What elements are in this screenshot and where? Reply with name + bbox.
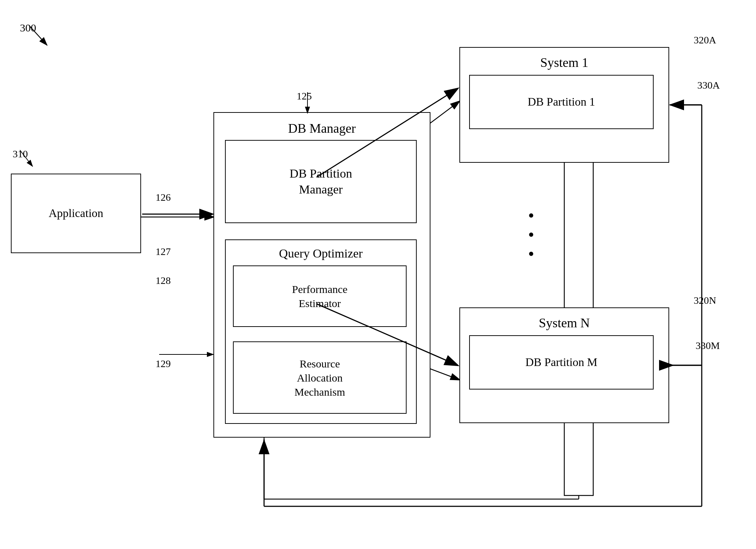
label-330M: 330M: [696, 340, 720, 352]
db-partitionM-box: DB Partition M: [469, 335, 654, 390]
application-label: Application: [48, 206, 103, 221]
label-127: 127: [156, 246, 171, 258]
label-330A: 330A: [697, 80, 720, 91]
resource-allocation-box: ResourceAllocationMechanism: [233, 341, 407, 414]
ellipsis-dots: •••: [528, 206, 535, 263]
query-optimizer-title: Query Optimizer: [279, 246, 362, 261]
label129-arrow: [157, 347, 219, 376]
label-320N: 320N: [694, 295, 716, 306]
db-partition1-label: DB Partition 1: [528, 94, 595, 110]
fig-arrow: [25, 22, 54, 51]
db-manager-box: DB Manager DB PartitionManager Query Opt…: [213, 112, 430, 438]
label-320A: 320A: [694, 34, 716, 46]
svg-line-11: [29, 25, 47, 45]
label310-arrow: [18, 148, 40, 170]
db-partition-manager-label: DB PartitionManager: [290, 166, 352, 197]
label125-arrow: [300, 90, 326, 116]
system1-title: System 1: [540, 54, 588, 71]
label-126: 126: [156, 192, 171, 203]
query-optimizer-box: Query Optimizer PerformanceEstimator Res…: [225, 239, 417, 424]
db-partition1-box: DB Partition 1: [469, 75, 654, 129]
resource-allocation-label: ResourceAllocationMechanism: [294, 357, 345, 399]
svg-line-13: [20, 150, 33, 166]
diagram: 300 Application 310 DB Manager DB Partit…: [0, 0, 756, 549]
db-manager-title: DB Manager: [288, 120, 356, 137]
performance-estimator-box: PerformanceEstimator: [233, 265, 407, 327]
systemN-title: System N: [539, 315, 590, 332]
db-partitionM-label: DB Partition M: [525, 355, 597, 370]
application-box: Application: [11, 174, 141, 253]
db-partition-manager-box: DB PartitionManager: [225, 140, 417, 223]
label-128: 128: [156, 275, 171, 286]
system1-box: System 1 DB Partition 1: [459, 47, 669, 163]
performance-estimator-label: PerformanceEstimator: [292, 282, 347, 310]
systemN-box: System N DB Partition M: [459, 307, 669, 423]
